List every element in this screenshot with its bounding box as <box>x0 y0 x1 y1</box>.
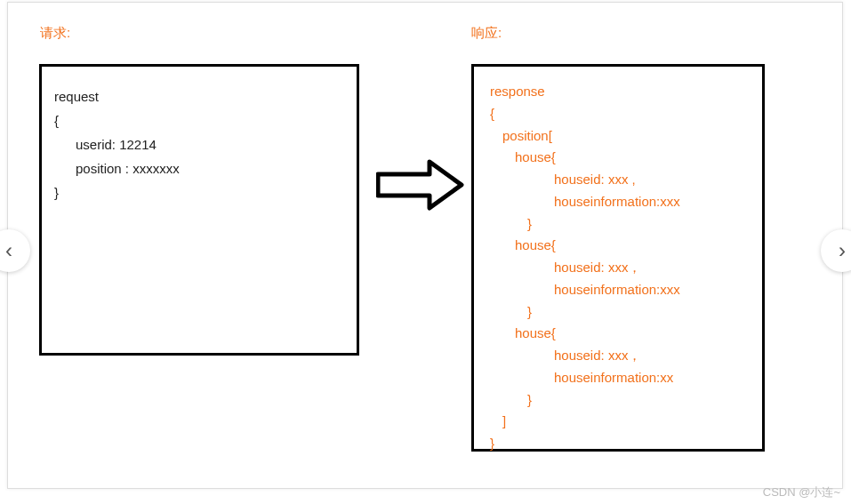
house3-id: houseid: xxx， <box>490 345 746 367</box>
request-label: 请求: <box>40 25 70 42</box>
brace-open: { <box>54 108 344 132</box>
request-position: position : xxxxxxx <box>54 156 344 180</box>
watermark: CSDN @小连~ <box>763 484 840 500</box>
house3-info: houseinformation:xx <box>490 367 746 389</box>
arrow-icon <box>376 156 465 213</box>
chevron-left-icon: ‹ <box>5 238 12 263</box>
request-box: request { userid: 12214 position : xxxxx… <box>39 64 359 356</box>
house1-close: } <box>490 213 746 236</box>
response-label: 响应: <box>471 25 502 42</box>
house3-close: } <box>490 389 746 412</box>
brace-close: } <box>490 433 746 455</box>
request-userid: userid: 12214 <box>54 132 344 156</box>
house2-info: houseinformation:xxx <box>490 279 746 301</box>
position-close: ] <box>490 411 746 433</box>
house2-close: } <box>490 301 746 324</box>
house1-info: houseinformation:xxx <box>490 191 746 213</box>
position-open: position[ <box>490 125 746 148</box>
chevron-right-icon: › <box>839 238 846 263</box>
response-box: response { position[ house{ houseid: xxx… <box>471 64 765 452</box>
house1-id: houseid: xxx , <box>490 169 746 191</box>
house2-id: houseid: xxx， <box>490 257 746 279</box>
house2-open: house{ <box>490 235 746 257</box>
response-title: response <box>490 81 746 103</box>
brace-open: { <box>490 103 746 125</box>
brace-close: } <box>54 180 344 204</box>
house1-open: house{ <box>490 147 746 169</box>
request-title: request <box>54 84 344 108</box>
house3-open: house{ <box>490 323 746 345</box>
